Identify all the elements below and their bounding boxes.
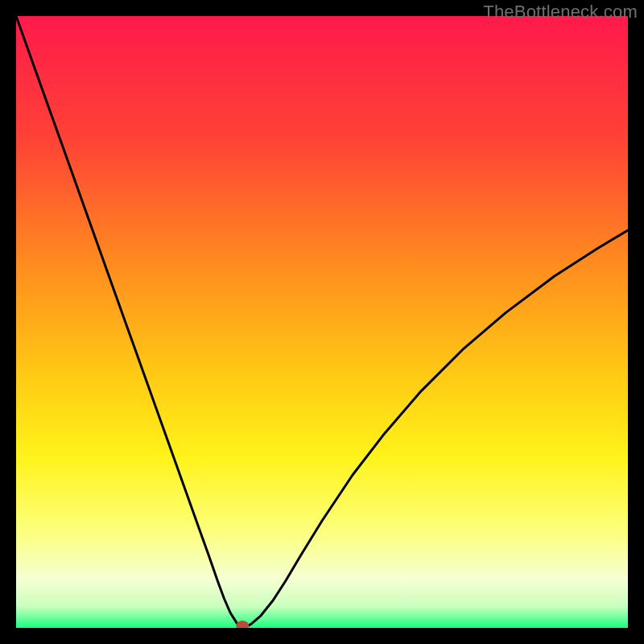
- watermark-text: TheBottleneck.com: [483, 2, 638, 23]
- chart-frame: [16, 16, 628, 628]
- chart-background: [16, 16, 628, 628]
- bottleneck-chart: [16, 16, 628, 628]
